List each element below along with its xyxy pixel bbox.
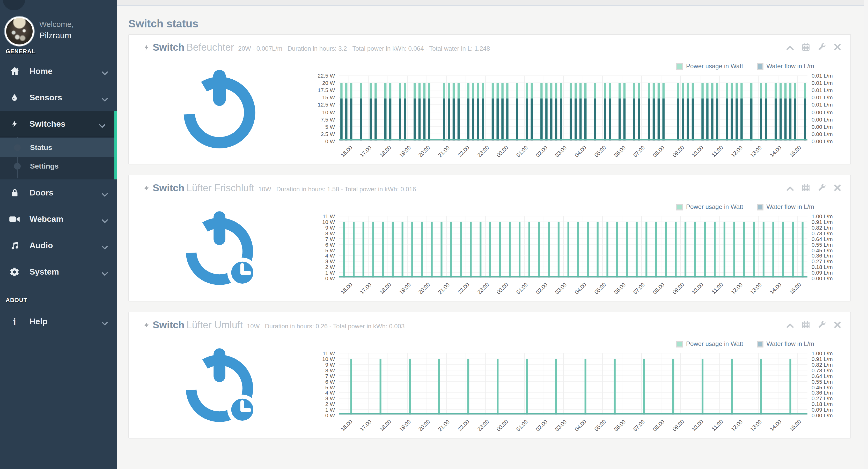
legend-item[interactable]: Water flow in L/m xyxy=(757,203,814,210)
collapse-button[interactable] xyxy=(786,183,794,194)
subnav-item-label: Status xyxy=(30,143,52,152)
sidebar-item-help[interactable]: iHelp xyxy=(0,308,117,335)
scrollbar[interactable] xyxy=(864,0,868,469)
y-tick-label: 0.00 L/m xyxy=(812,109,833,115)
sidebar-item-system[interactable]: System xyxy=(0,259,117,285)
switch-card: SwitchBefeuchter20W - 0.007L/mDuration i… xyxy=(128,34,851,164)
x-axis-label: 09:00 xyxy=(671,418,685,432)
sidebar-header: Welcome, Pilzraum GENERAL xyxy=(0,0,117,58)
configure-button[interactable] xyxy=(818,43,826,53)
legend-item[interactable]: Power usage in Watt xyxy=(676,340,743,347)
y-tick-label: 3 W xyxy=(325,258,335,265)
x-axis-label: 13:00 xyxy=(749,418,763,432)
legend-label: Water flow in L/m xyxy=(767,340,814,347)
top-navbar xyxy=(117,0,868,6)
sidebar-item-audio[interactable]: Audio xyxy=(0,232,117,259)
card-stats: Duration in hours: 1.58 - Total power in… xyxy=(276,186,416,193)
collapse-button[interactable] xyxy=(786,321,794,331)
close-button[interactable] xyxy=(834,43,841,53)
x-axis-label: 23:00 xyxy=(476,281,490,295)
y-tick-label: 10 W xyxy=(322,219,335,225)
x-axis-label: 08:00 xyxy=(651,418,665,432)
x-axis-label: 09:00 xyxy=(671,144,685,158)
card-switch-name: Lüfter Frischluft xyxy=(186,182,254,193)
sidebar-item-label: Audio xyxy=(30,241,53,250)
sidebar-item-doors[interactable]: Doors xyxy=(0,179,117,206)
x-axis-label: 12:00 xyxy=(730,144,744,158)
power-toggle[interactable] xyxy=(129,197,310,298)
y-tick-label: 2 W xyxy=(325,401,335,407)
y-tick-label: 10 W xyxy=(322,109,335,115)
x-axis-label: 21:00 xyxy=(437,418,451,432)
close-icon xyxy=(834,184,841,193)
legend-item[interactable]: Power usage in Watt xyxy=(676,63,743,70)
calendar-button[interactable] xyxy=(802,43,810,53)
x-axis-label: 23:00 xyxy=(476,418,490,432)
card-header: SwitchLüfter Frischluft10WDuration in ho… xyxy=(129,175,850,197)
x-axis-label: 09:00 xyxy=(671,281,685,295)
x-axis-label: 22:00 xyxy=(456,418,470,432)
bolt-icon xyxy=(143,183,150,195)
close-button[interactable] xyxy=(834,183,841,194)
power-icon xyxy=(180,207,259,288)
close-button[interactable] xyxy=(834,321,841,331)
power-toggle[interactable] xyxy=(129,334,310,435)
legend-swatch-icon xyxy=(676,203,683,210)
power-icon xyxy=(180,344,259,425)
legend-item[interactable]: Power usage in Watt xyxy=(676,203,743,210)
sidebar-item-home[interactable]: Home xyxy=(0,58,117,84)
x-axis-label: 04:00 xyxy=(574,418,587,432)
y-tick-label: 0.01 L/m xyxy=(812,72,833,78)
home-icon xyxy=(9,66,20,76)
username: Pilzraum xyxy=(39,30,74,41)
page-title: Switch status xyxy=(128,18,868,30)
info-icon: i xyxy=(9,316,20,327)
collapse-button[interactable] xyxy=(786,43,794,53)
calendar-button[interactable] xyxy=(802,183,810,194)
subnav-item-status[interactable]: Status xyxy=(0,138,114,157)
x-axis-label: 06:00 xyxy=(612,281,626,295)
x-axis-label: 19:00 xyxy=(398,418,412,432)
y-tick-label: 0.64 L/m xyxy=(812,236,833,242)
close-icon xyxy=(834,321,841,330)
y-tick-label: 0.45 L/m xyxy=(812,384,833,390)
sidebar-item-switches[interactable]: Switches xyxy=(0,111,114,137)
legend-item[interactable]: Water flow in L/m xyxy=(757,340,814,347)
legend-label: Power usage in Watt xyxy=(686,63,743,70)
chart: Power usage in WattWater flow in L/m11 W… xyxy=(310,334,846,435)
card-tools xyxy=(786,183,841,194)
calendar-button[interactable] xyxy=(802,321,810,331)
power-toggle[interactable] xyxy=(129,56,310,161)
y-tick-label: 0.00 L/m xyxy=(812,275,833,281)
y-tick-label: 7.5 W xyxy=(321,116,335,122)
x-axis-label: 00:00 xyxy=(495,281,509,295)
configure-button[interactable] xyxy=(818,321,826,331)
y-tick-label: 0.27 L/m xyxy=(812,395,833,402)
chart-legend: Power usage in WattWater flow in L/m xyxy=(310,202,846,211)
y-tick-label: 3 W xyxy=(325,395,335,402)
subnav-item-settings[interactable]: Settings xyxy=(0,157,114,175)
x-axis: 16:0017:0018:0019:0020:0021:0022:0023:00… xyxy=(339,141,807,161)
x-axis-label: 04:00 xyxy=(574,144,587,158)
card-subtitle: 10W xyxy=(247,323,259,330)
card-stats: Duration in hours: 3.2 - Total power in … xyxy=(287,45,490,52)
y-tick-label: 0.18 L/m xyxy=(812,401,833,407)
x-axis-label: 12:00 xyxy=(730,418,744,432)
x-axis-label: 20:00 xyxy=(417,418,431,432)
sidebar-item-webcam[interactable]: Webcam xyxy=(0,206,117,232)
x-axis-label: 16:00 xyxy=(339,144,353,158)
y-axis-right: 1.00 L/m0.91 L/m0.82 L/m0.73 L/m0.64 L/m… xyxy=(807,216,840,278)
y-tick-label: 0.00 L/m xyxy=(812,116,833,122)
sidebar-item-label: Sensors xyxy=(30,93,62,102)
sidebar-item-sensors[interactable]: Sensors xyxy=(0,84,117,111)
x-axis-label: 04:00 xyxy=(574,281,587,295)
y-tick-label: 7 W xyxy=(325,236,335,242)
y-tick-label: 0.01 L/m xyxy=(812,102,833,108)
power-icon xyxy=(178,66,261,152)
configure-button[interactable] xyxy=(818,183,826,194)
y-tick-label: 0 W xyxy=(325,412,335,418)
legend-item[interactable]: Water flow in L/m xyxy=(757,63,814,70)
x-axis-label: 00:00 xyxy=(495,144,509,158)
bolt-icon xyxy=(143,43,150,54)
legend-label: Power usage in Watt xyxy=(686,203,743,210)
